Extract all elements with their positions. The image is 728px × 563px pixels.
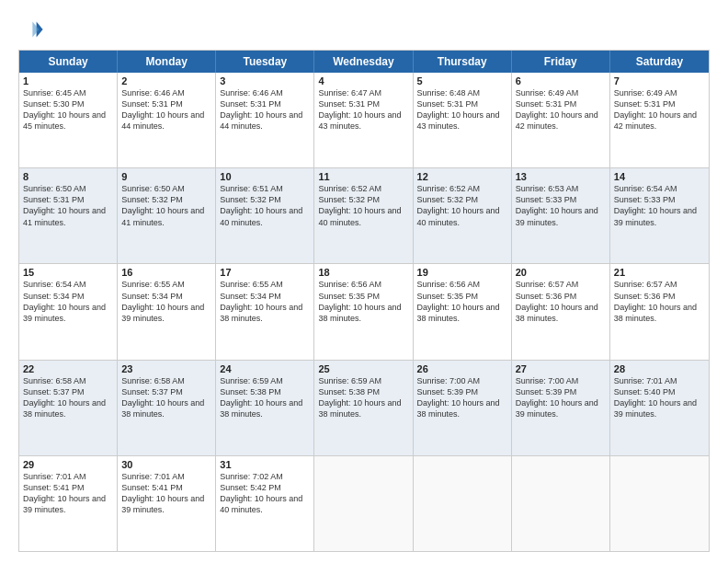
calendar-header-cell: Wednesday (314, 51, 413, 73)
day-number: 27 (516, 363, 606, 374)
day-number: 20 (516, 267, 606, 278)
calendar-day: 22Sunrise: 6:58 AM Sunset: 5:37 PM Dayli… (19, 361, 118, 455)
day-number: 14 (614, 171, 705, 182)
day-info: Sunrise: 7:02 AM Sunset: 5:42 PM Dayligh… (220, 471, 310, 516)
day-number: 24 (220, 363, 310, 374)
day-number: 10 (220, 171, 310, 182)
calendar-day: 17Sunrise: 6:55 AM Sunset: 5:34 PM Dayli… (216, 264, 314, 359)
calendar-day: 1Sunrise: 6:45 AM Sunset: 5:30 PM Daylig… (19, 73, 118, 167)
calendar-week: 22Sunrise: 6:58 AM Sunset: 5:37 PM Dayli… (19, 360, 709, 455)
calendar-week: 1Sunrise: 6:45 AM Sunset: 5:30 PM Daylig… (19, 73, 709, 167)
calendar-day: 14Sunrise: 6:54 AM Sunset: 5:33 PM Dayli… (610, 168, 709, 263)
calendar-day: 21Sunrise: 6:57 AM Sunset: 5:36 PM Dayli… (610, 264, 709, 359)
logo-icon (18, 17, 44, 42)
day-number: 26 (417, 363, 507, 374)
day-info: Sunrise: 7:00 AM Sunset: 5:39 PM Dayligh… (516, 375, 606, 420)
calendar-day: 23Sunrise: 6:58 AM Sunset: 5:37 PM Dayli… (118, 361, 216, 455)
day-number: 29 (23, 459, 113, 470)
day-info: Sunrise: 7:00 AM Sunset: 5:39 PM Dayligh… (417, 375, 507, 420)
day-info: Sunrise: 6:56 AM Sunset: 5:35 PM Dayligh… (318, 279, 408, 324)
calendar-header-cell: Thursday (414, 51, 512, 73)
logo (18, 17, 48, 42)
calendar-day: 6Sunrise: 6:49 AM Sunset: 5:31 PM Daylig… (512, 73, 610, 167)
calendar-header-cell: Tuesday (216, 51, 314, 73)
day-number: 28 (614, 363, 705, 374)
calendar-header: SundayMondayTuesdayWednesdayThursdayFrid… (19, 51, 709, 73)
day-info: Sunrise: 7:01 AM Sunset: 5:41 PM Dayligh… (121, 471, 211, 516)
calendar-day: 8Sunrise: 6:50 AM Sunset: 5:31 PM Daylig… (19, 168, 118, 263)
day-number: 21 (614, 267, 705, 278)
day-info: Sunrise: 7:01 AM Sunset: 5:40 PM Dayligh… (614, 375, 705, 420)
day-info: Sunrise: 6:56 AM Sunset: 5:35 PM Dayligh… (417, 279, 507, 324)
calendar-day (314, 456, 413, 551)
calendar-week: 15Sunrise: 6:54 AM Sunset: 5:34 PM Dayli… (19, 263, 709, 359)
calendar-day (512, 456, 610, 551)
day-info: Sunrise: 6:47 AM Sunset: 5:31 PM Dayligh… (318, 87, 408, 132)
day-number: 11 (318, 171, 408, 182)
calendar-day: 18Sunrise: 6:56 AM Sunset: 5:35 PM Dayli… (314, 264, 413, 359)
calendar-day: 19Sunrise: 6:56 AM Sunset: 5:35 PM Dayli… (414, 264, 512, 359)
day-number: 8 (23, 171, 113, 182)
calendar-day (610, 456, 709, 551)
day-info: Sunrise: 6:52 AM Sunset: 5:32 PM Dayligh… (318, 183, 408, 228)
calendar-day: 26Sunrise: 7:00 AM Sunset: 5:39 PM Dayli… (414, 361, 512, 455)
day-info: Sunrise: 6:45 AM Sunset: 5:30 PM Dayligh… (23, 87, 113, 132)
day-info: Sunrise: 6:50 AM Sunset: 5:31 PM Dayligh… (23, 183, 113, 228)
calendar-day: 29Sunrise: 7:01 AM Sunset: 5:41 PM Dayli… (19, 456, 118, 551)
day-info: Sunrise: 6:50 AM Sunset: 5:32 PM Dayligh… (121, 183, 211, 228)
day-info: Sunrise: 6:57 AM Sunset: 5:36 PM Dayligh… (516, 279, 606, 324)
calendar-day: 24Sunrise: 6:59 AM Sunset: 5:38 PM Dayli… (216, 361, 314, 455)
calendar-day: 9Sunrise: 6:50 AM Sunset: 5:32 PM Daylig… (118, 168, 216, 263)
day-info: Sunrise: 6:52 AM Sunset: 5:32 PM Dayligh… (417, 183, 507, 228)
page-header (18, 17, 710, 42)
day-number: 7 (614, 75, 705, 86)
day-info: Sunrise: 6:59 AM Sunset: 5:38 PM Dayligh… (220, 375, 310, 420)
day-info: Sunrise: 6:53 AM Sunset: 5:33 PM Dayligh… (516, 183, 606, 228)
calendar-day: 2Sunrise: 6:46 AM Sunset: 5:31 PM Daylig… (118, 73, 216, 167)
calendar-day: 28Sunrise: 7:01 AM Sunset: 5:40 PM Dayli… (610, 361, 709, 455)
day-number: 5 (417, 75, 507, 86)
calendar-day: 3Sunrise: 6:46 AM Sunset: 5:31 PM Daylig… (216, 73, 314, 167)
day-info: Sunrise: 6:55 AM Sunset: 5:34 PM Dayligh… (121, 279, 211, 324)
day-info: Sunrise: 6:58 AM Sunset: 5:37 PM Dayligh… (121, 375, 211, 420)
calendar-day: 12Sunrise: 6:52 AM Sunset: 5:32 PM Dayli… (414, 168, 512, 263)
calendar-header-cell: Saturday (610, 51, 709, 73)
calendar-header-cell: Friday (512, 51, 610, 73)
calendar-week: 8Sunrise: 6:50 AM Sunset: 5:31 PM Daylig… (19, 167, 709, 263)
day-info: Sunrise: 6:59 AM Sunset: 5:38 PM Dayligh… (318, 375, 408, 420)
day-number: 16 (121, 267, 211, 278)
calendar-week: 29Sunrise: 7:01 AM Sunset: 5:41 PM Dayli… (19, 455, 709, 551)
calendar-day: 16Sunrise: 6:55 AM Sunset: 5:34 PM Dayli… (118, 264, 216, 359)
day-info: Sunrise: 7:01 AM Sunset: 5:41 PM Dayligh… (23, 471, 113, 516)
calendar-day: 13Sunrise: 6:53 AM Sunset: 5:33 PM Dayli… (512, 168, 610, 263)
day-info: Sunrise: 6:54 AM Sunset: 5:33 PM Dayligh… (614, 183, 705, 228)
calendar-header-cell: Sunday (19, 51, 118, 73)
day-number: 18 (318, 267, 408, 278)
calendar-day: 20Sunrise: 6:57 AM Sunset: 5:36 PM Dayli… (512, 264, 610, 359)
day-info: Sunrise: 6:51 AM Sunset: 5:32 PM Dayligh… (220, 183, 310, 228)
day-info: Sunrise: 6:58 AM Sunset: 5:37 PM Dayligh… (23, 375, 113, 420)
calendar: SundayMondayTuesdayWednesdayThursdayFrid… (18, 50, 710, 552)
day-number: 19 (417, 267, 507, 278)
day-info: Sunrise: 6:54 AM Sunset: 5:34 PM Dayligh… (23, 279, 113, 324)
calendar-day: 31Sunrise: 7:02 AM Sunset: 5:42 PM Dayli… (216, 456, 314, 551)
day-number: 22 (23, 363, 113, 374)
calendar-header-cell: Monday (118, 51, 216, 73)
day-number: 1 (23, 75, 113, 86)
day-info: Sunrise: 6:49 AM Sunset: 5:31 PM Dayligh… (516, 87, 606, 132)
day-number: 23 (121, 363, 211, 374)
day-number: 30 (121, 459, 211, 470)
day-info: Sunrise: 6:49 AM Sunset: 5:31 PM Dayligh… (614, 87, 705, 132)
calendar-day: 10Sunrise: 6:51 AM Sunset: 5:32 PM Dayli… (216, 168, 314, 263)
calendar-page: SundayMondayTuesdayWednesdayThursdayFrid… (0, 0, 728, 563)
day-number: 9 (121, 171, 211, 182)
calendar-day: 30Sunrise: 7:01 AM Sunset: 5:41 PM Dayli… (118, 456, 216, 551)
day-number: 4 (318, 75, 408, 86)
day-number: 13 (516, 171, 606, 182)
day-number: 12 (417, 171, 507, 182)
calendar-day: 25Sunrise: 6:59 AM Sunset: 5:38 PM Dayli… (314, 361, 413, 455)
day-number: 3 (220, 75, 310, 86)
calendar-day (414, 456, 512, 551)
day-info: Sunrise: 6:57 AM Sunset: 5:36 PM Dayligh… (614, 279, 705, 324)
calendar-day: 11Sunrise: 6:52 AM Sunset: 5:32 PM Dayli… (314, 168, 413, 263)
